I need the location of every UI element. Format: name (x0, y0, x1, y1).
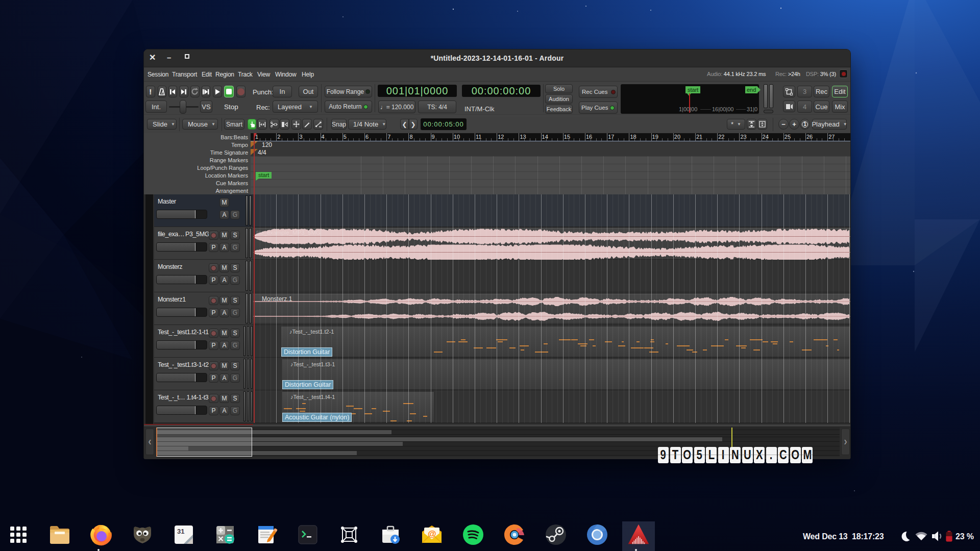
svg-text:31: 31 (177, 528, 184, 535)
